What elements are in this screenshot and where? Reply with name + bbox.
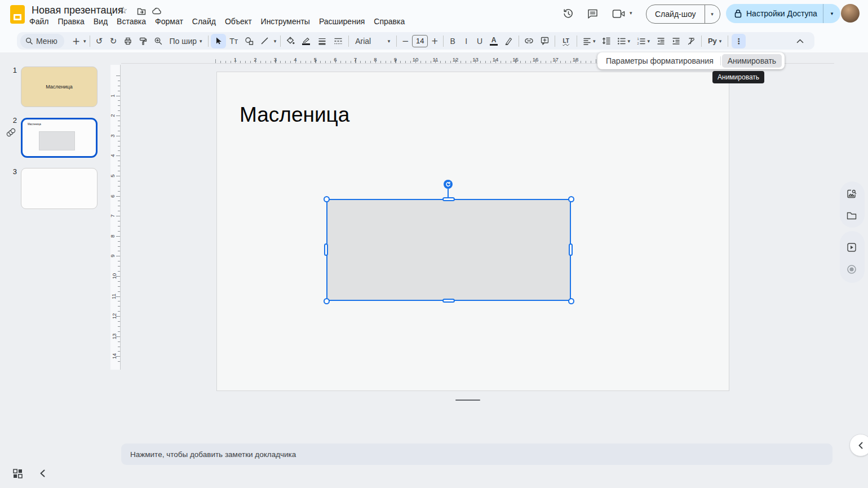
speaker-notes-input[interactable]: Нажмите, чтобы добавить заметки докладчи… [121,443,832,465]
insert-link-button[interactable] [521,34,537,48]
slide-thumbnail-3[interactable] [21,168,98,209]
menu-view[interactable]: Вид [92,16,109,26]
border-dash-button[interactable] [330,34,346,48]
animate-button[interactable]: Анимировать [722,54,782,68]
border-weight-button[interactable] [314,34,330,48]
numbered-list-button[interactable]: 12 ▾ [634,34,653,48]
h-ruler-number: 13 [472,56,479,63]
h-ruler-number: 7 [354,56,357,63]
menu-tools[interactable]: Инструменты [260,16,311,26]
border-color-button[interactable] [298,34,314,48]
menubar: Файл Правка Вид Вставка Формат Слайд Объ… [28,16,406,26]
comments-icon[interactable] [586,7,599,20]
resize-handle-right[interactable] [569,243,573,256]
notes-resize-handle[interactable] [455,400,480,401]
slideshow-dropdown-icon[interactable]: ▾ [705,11,720,17]
menu-help[interactable]: Справка [373,16,406,26]
zoom-in-button[interactable] [151,34,166,48]
clear-formatting-button[interactable] [684,34,699,48]
selected-shape[interactable] [326,199,571,301]
format-options-button[interactable]: Параметры форматирования [600,54,719,68]
resize-handle-top[interactable] [442,197,455,201]
version-history-icon[interactable] [561,7,575,20]
share-dropdown-icon[interactable]: ▾ [823,11,840,16]
underline-button[interactable]: U [473,34,486,48]
increase-font-button[interactable]: + [428,34,441,48]
autofit-text-button[interactable]: LT [557,34,574,48]
insert-line-button[interactable] [258,34,272,48]
toolbar-menu-search[interactable]: Меню [20,34,64,48]
collapse-filmstrip-icon[interactable] [37,468,47,478]
bulleted-list-button[interactable]: ▾ [614,34,634,48]
print-button[interactable] [121,34,136,48]
meet-camera-icon[interactable] [610,7,627,20]
menu-edit[interactable]: Правка [56,16,85,26]
increase-indent-button[interactable] [668,34,684,48]
h-ruler-number: 12 [453,56,459,63]
slide-thumbnail-2-selected[interactable]: Масленица [21,118,98,158]
zoom-fit-select[interactable]: По шир ▾ [166,34,206,48]
menu-slide[interactable]: Слайд [191,16,217,26]
menu-arrange[interactable]: Объект [224,16,253,26]
lock-icon [734,9,742,18]
text-color-button[interactable]: A [486,34,501,48]
new-slide-button[interactable]: + [69,34,83,48]
grid-view-icon[interactable] [12,468,23,479]
menu-insert[interactable]: Вставка [116,16,147,26]
slide-thumbnail-1[interactable]: Масленица [21,66,98,107]
vertical-ruler[interactable]: 1234567891011121314 [110,65,121,370]
add-comment-button[interactable] [537,34,552,48]
folder-icon[interactable] [845,210,858,222]
record-icon[interactable] [845,263,858,276]
h-ruler-number: 9 [394,56,397,63]
resize-handle-bottom[interactable] [442,299,455,303]
menu-file[interactable]: Файл [28,16,50,26]
slide-title-text[interactable]: Масленица [240,103,349,127]
menu-extensions[interactable]: Расширения [318,16,366,26]
text-box-button[interactable]: Tт [226,34,242,48]
bold-button[interactable]: B [446,34,459,48]
toolbar-more-button[interactable]: ⋮ [732,34,746,48]
select-tool-button[interactable] [211,34,226,48]
resize-handle-top-left[interactable] [324,196,330,202]
font-family-select[interactable]: Arial ▾ [351,34,394,48]
show-side-panel-button[interactable] [849,434,868,456]
insert-shape-button[interactable] [242,34,258,48]
italic-button[interactable]: I [459,34,473,48]
speaker-notes-placeholder: Нажмите, чтобы добавить заметки докладчи… [130,450,296,459]
new-slide-dropdown-icon[interactable]: ▾ [83,38,86,44]
account-avatar[interactable] [841,4,860,23]
fill-color-button[interactable] [283,34,298,48]
share-button[interactable]: Настройки Доступа ▾ [726,4,840,23]
animate-tooltip: Анимировать [712,71,764,83]
hide-menus-button[interactable] [793,34,807,48]
align-button[interactable]: ▾ [579,34,599,48]
highlight-color-button[interactable] [501,34,516,48]
rotation-handle[interactable] [444,180,453,189]
slides-logo[interactable] [10,5,25,24]
image-search-icon[interactable] [845,188,858,200]
decrease-indent-button[interactable] [653,34,668,48]
document-title[interactable]: Новая презентация [32,5,123,16]
resize-handle-bottom-left[interactable] [324,298,330,304]
meet-dropdown-icon[interactable]: ▾ [630,10,632,16]
play-video-icon[interactable] [845,241,858,254]
menu-format[interactable]: Формат [154,16,184,26]
paint-format-button[interactable] [136,34,151,48]
line-spacing-button[interactable] [599,34,614,48]
resize-handle-left[interactable] [324,243,328,256]
redo-button[interactable]: ↻ [107,34,121,48]
input-tools-button[interactable]: Ру ▾ [704,34,725,48]
v-ruler-number: 4 [109,154,116,157]
undo-button[interactable]: ↺ [92,34,107,48]
resize-handle-bottom-right[interactable] [568,298,574,304]
decrease-font-button[interactable]: − [399,34,411,48]
insert-line-dropdown-icon[interactable]: ▾ [274,38,277,44]
font-size-input[interactable]: 14 [411,34,428,48]
toolbar: Меню + ▾ ↺ ↻ По шир ▾ Tт ▾ [17,32,814,50]
thumbnail-2-shape [39,131,75,150]
border-color-swatch [302,43,310,45]
slideshow-button[interactable]: Слайд-шоу ▾ [646,5,720,24]
resize-handle-top-right[interactable] [568,196,574,202]
star-icon[interactable]: ☆ [119,5,127,16]
